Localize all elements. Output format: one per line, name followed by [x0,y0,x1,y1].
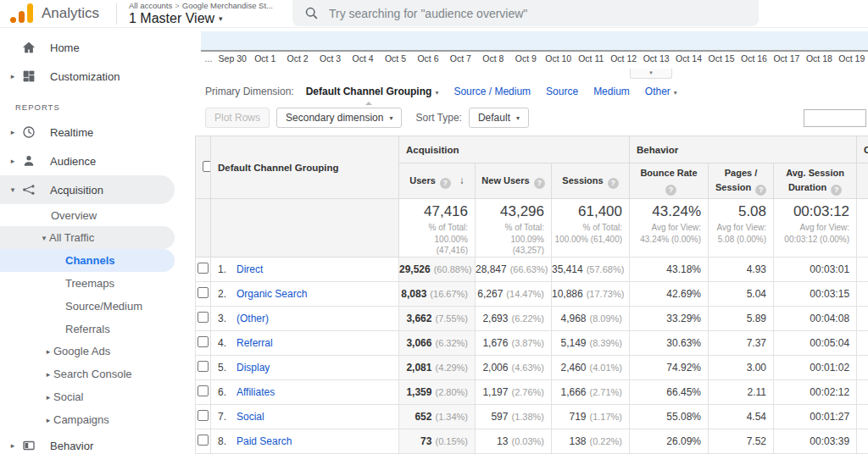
sidebar-item-acquisition[interactable]: ▾ Acquisition [0,175,175,204]
chevron-down-icon: ▾ [435,89,438,97]
global-search-input[interactable] [329,7,702,20]
sidebar-item-google-ads[interactable]: ▸ Google Ads [0,340,195,363]
table-toolbar: Plot Rows Secondary dimension ▾ Sort Typ… [195,107,868,129]
sidebar-item-all-traffic[interactable]: ▾ All Traffic [0,226,175,249]
column-header-avg-session-duration[interactable]: Avg. Session Duration? [774,163,857,199]
dimension-tab-source-medium[interactable]: Source / Medium [453,86,531,97]
column-header-pages-session[interactable]: Pages / Session? [709,163,774,199]
customization-icon [21,69,36,84]
global-search-bar[interactable] [292,0,759,26]
channel-link[interactable]: Social [236,411,264,423]
expand-arrow-icon: ▸ [8,441,18,450]
header-divider [116,3,117,25]
sidebar-item-referrals[interactable]: Referrals [0,318,195,340]
behavior-icon [21,438,36,453]
dimension-tab-medium[interactable]: Medium [593,86,630,97]
expand-arrow-icon: ▸ [43,416,53,424]
product-name: Analytics [42,5,99,22]
sidebar-item-customization[interactable]: ▸ Customization [0,62,195,91]
column-header-new-users[interactable]: New Users? [476,163,552,199]
primary-dimension-bar: Primary Dimension: Default Channel Group… [195,85,868,98]
sidebar-item-social[interactable]: ▸ Social [0,385,195,408]
sidebar-item-behavior[interactable]: ▸ Behavior [0,431,195,454]
sidebar-item-home[interactable]: Home [0,33,195,62]
sidebar-item-audience[interactable]: ▸ Audience [0,147,195,175]
row-checkbox[interactable] [198,410,209,421]
dimension-tab-other[interactable]: Other▾ [645,86,677,97]
row-checkbox[interactable] [198,287,209,298]
channel-link[interactable]: Paid Search [236,435,292,447]
primary-dimension-label: Primary Dimension: [205,86,294,97]
help-icon[interactable]: ? [440,178,451,189]
sidebar-item-realtime[interactable]: ▸ Realtime [0,118,195,147]
row-checkbox[interactable] [198,312,209,323]
search-icon [304,6,319,20]
row-checkbox[interactable] [198,361,209,372]
channels-data-table: Default Channel Grouping Acquisition Beh… [195,136,868,454]
column-header-dimension: Default Channel Grouping [211,136,399,199]
sort-desc-icon: ↓ [459,174,465,186]
table-row: 4.Referral 3,066(6.32%) 1,676(3.87%) 5,1… [196,330,868,355]
group-header-behavior: Behavior [630,136,857,163]
channel-link[interactable]: Affiliates [236,386,275,398]
expand-arrow-icon: ▸ [8,72,18,80]
total-new-users: 43,296 % of Total: 100.09% (43,257) [476,199,552,257]
table-row: 8.Paid Search 73(0.15%) 13(0.03%) 138(0.… [196,429,868,453]
channel-link[interactable]: Referral [236,337,273,349]
help-icon[interactable]: ? [534,178,545,189]
sidebar-item-overview[interactable]: Overview [0,204,195,226]
total-sessions: 61,400 % of Total: 100.00% (61,400) [552,199,630,257]
channel-link[interactable]: Organic Search [236,288,307,300]
plot-rows-button[interactable]: Plot Rows [205,108,270,128]
analytics-logo-icon [10,3,33,23]
help-icon[interactable]: ? [665,185,676,196]
table-row: 7.Social 652(1.34%) 597(1.38%) 719(1.17%… [196,404,868,429]
total-avg-session-duration: 00:03:12 Avg for View: 00:03:12 (0.00%) [774,199,857,257]
sort-type-dropdown[interactable]: Default ▾ [469,108,529,128]
expand-arrow-icon: ▸ [43,393,53,401]
view-selector[interactable]: 1 Master View ▾ [129,11,273,26]
realtime-clock-icon [21,125,36,140]
chevron-down-icon: ▾ [674,89,677,97]
group-header-conversions: Conversions [857,136,868,163]
dimension-tab-default-channel-grouping[interactable]: Default Channel Grouping▾ [306,86,439,97]
channel-link[interactable]: Direct [236,263,263,275]
sidebar-item-treemaps[interactable]: Treemaps [0,272,195,295]
secondary-dimension-dropdown[interactable]: Secondary dimension ▾ [276,108,402,128]
total-pages-session: 5.08 Avg for View: 5.08 (0.00%) [709,199,774,257]
breadcrumb[interactable]: All accounts>Google Merchandise St... [129,1,273,10]
timeline-chart-area [201,31,868,52]
sidebar-nav: Home ▸ Customization REPORTS ▸ Realtime … [0,28,195,454]
collapse-arrow-icon: ▾ [8,185,18,194]
select-all-checkbox[interactable] [203,161,211,172]
column-header-bounce-rate[interactable]: Bounce Rate? [630,163,709,199]
sidebar-item-source-medium[interactable]: Source/Medium [0,295,195,318]
timeline-date-axis: ... Sep 30Oct 1 Oct 2Oct 3 Oct 4Oct 5 Oc… [201,52,868,65]
channel-link[interactable]: Display [236,362,270,374]
table-filter-input[interactable] [804,109,866,127]
total-bounce-rate: 43.24% Avg for View: 43.24% (0.00%) [630,199,709,257]
dimension-tab-source[interactable]: Source [546,86,578,97]
table-row: 2.Organic Search 8,083(16.67%) 6,267(14.… [196,281,868,306]
expand-arrow-icon: ▸ [8,128,18,136]
expand-arrow-icon: ▸ [43,347,53,356]
chevron-down-icon: ▾ [516,114,520,122]
help-icon[interactable]: ? [755,185,766,196]
row-checkbox[interactable] [198,435,209,446]
help-icon[interactable]: ? [608,178,619,189]
column-header-users[interactable]: Users?↓ [399,163,476,199]
sidebar-item-channels[interactable]: Channels [0,249,175,272]
channel-link[interactable]: (Other) [236,313,269,324]
column-header-sessions[interactable]: Sessions? [552,163,630,199]
table-row: 1.Direct 29,526(60.88%) 28,847(66.63%) 3… [196,257,868,281]
help-icon[interactable]: ? [831,185,842,196]
row-checkbox[interactable] [198,385,209,396]
row-checkbox[interactable] [198,263,209,274]
row-checkbox[interactable] [198,336,209,347]
report-content: ... Sep 30Oct 1 Oct 2Oct 3 Oct 4Oct 5 Oc… [195,28,868,454]
sidebar-item-campaigns[interactable]: ▸ Campaigns [0,408,195,431]
chevron-down-icon: ▾ [649,69,653,75]
sidebar-item-search-console[interactable]: ▸ Search Console [0,363,195,385]
chart-collapse-handle[interactable]: ▾ [630,69,672,79]
total-users: 47,416 % of Total: 100.00% (47,416) [399,199,476,257]
